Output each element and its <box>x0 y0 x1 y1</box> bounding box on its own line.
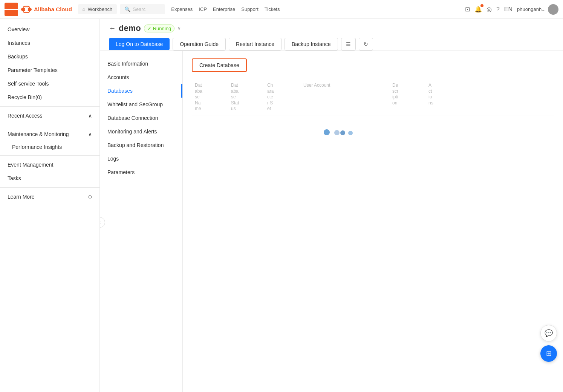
divider-1 <box>0 106 99 107</box>
action-bar: Log On to Database Operation Guide Resta… <box>109 38 554 51</box>
help-icon[interactable]: ? <box>496 6 500 13</box>
floating-buttons: 💬 ⊞ <box>540 325 557 362</box>
page-title: demo <box>119 23 141 33</box>
divider-2 <box>0 125 99 125</box>
user-menu[interactable]: phuonganh... <box>517 4 558 15</box>
list-view-button[interactable]: ☰ <box>341 38 356 51</box>
dot-3 <box>340 130 345 135</box>
sidenav-logs[interactable]: Logs <box>100 152 182 165</box>
user-avatar <box>548 4 558 15</box>
main-content: ← demo ✓ Running ∨ Log On to Database Op… <box>100 19 563 392</box>
col-description: De scr ipti on <box>392 83 422 112</box>
operation-guide-button[interactable]: Operation Guide <box>173 38 226 51</box>
refresh-button[interactable]: ↻ <box>359 38 373 51</box>
username-label: phuonganh... <box>517 6 546 12</box>
sidebar-item-parameter-templates[interactable]: Parameter Templates <box>0 63 99 77</box>
sidebar: Overview Instances Backups Parameter Tem… <box>0 19 100 392</box>
check-icon: ✓ <box>147 26 151 31</box>
sidebar-item-self-service-tools[interactable]: Self-service Tools <box>0 77 99 90</box>
sidebar-item-recycle-bin[interactable]: Recycle Bin(0) <box>0 90 99 104</box>
sidenav-parameters[interactable]: Parameters <box>100 165 182 179</box>
chat-button[interactable]: 💬 <box>540 325 557 341</box>
external-link-icon: ⬡ <box>88 194 92 199</box>
col-database-name: Dat aba se Na me <box>195 83 225 112</box>
backup-instance-button[interactable]: Backup Instance <box>285 38 338 51</box>
icp-link[interactable]: ICP <box>199 6 207 12</box>
sidenav-databases[interactable]: Databases <box>100 84 182 98</box>
sidebar-item-learn-more[interactable]: Learn More ⬡ <box>0 190 99 204</box>
workbench-label: Workbench <box>88 6 113 12</box>
sidenav-basic-info[interactable]: Basic Information <box>100 57 182 70</box>
sidebar-item-instances[interactable]: Instances <box>0 36 99 50</box>
sidebar-item-backups[interactable]: Backups <box>0 50 99 63</box>
log-on-button[interactable]: Log On to Database <box>109 38 170 50</box>
databases-panel: Create Database Dat aba se Na me Dat <box>183 51 563 392</box>
page-layout: Overview Instances Backups Parameter Tem… <box>0 19 563 392</box>
page-title-row: ← demo ✓ Running ∨ <box>109 23 554 33</box>
location-icon[interactable]: ◎ <box>487 6 492 13</box>
logo-text: Alibaba Cloud <box>34 6 72 12</box>
dot-1 <box>324 129 330 135</box>
content-area: Basic Information Accounts Databases Whi… <box>100 51 563 392</box>
top-nav-links: Expenses ICP Enterprise Support Tickets <box>171 6 280 12</box>
sidenav-collapse-button[interactable]: ‹ <box>100 217 105 228</box>
alibaba-cloud-logo: Alibaba Cloud <box>21 6 72 13</box>
search-placeholder: Searc <box>133 6 145 12</box>
running-badge: ✓ Running <box>144 24 174 32</box>
support-link[interactable]: Support <box>241 6 259 12</box>
notification-icon[interactable]: 🔔 <box>474 6 482 13</box>
sidebar-item-overview[interactable]: Overview <box>0 23 99 36</box>
tickets-link[interactable]: Tickets <box>265 6 280 12</box>
sidebar-item-event-management[interactable]: Event Management <box>0 158 99 172</box>
col-database-status: Dat aba se Stat us <box>231 83 261 112</box>
sidebar-item-performance-insights[interactable]: Performance Insights <box>0 141 99 153</box>
maintenance-header[interactable]: Maintenance & Monitoring ∧ <box>0 127 99 141</box>
search-box[interactable]: 🔍 Searc <box>120 4 165 14</box>
recent-access-header[interactable]: Recent Access ∧ <box>0 109 99 122</box>
back-button[interactable]: ← <box>109 24 116 32</box>
home-icon: ⌂ <box>83 6 86 12</box>
hamburger-menu[interactable] <box>5 3 18 16</box>
databases-table: Dat aba se Na me Dat aba se Stat us <box>192 83 554 143</box>
search-icon: 🔍 <box>124 6 130 12</box>
collapse-icon: ∧ <box>88 113 92 119</box>
col-user-account: User Account <box>303 83 349 112</box>
nav-icons: ⊡ 🔔 ◎ ? EN phuonganh... <box>465 4 558 15</box>
col-charset: Ch ara cte r S et <box>267 83 297 112</box>
sidenav-backup-restore[interactable]: Backup and Restoration <box>100 138 182 152</box>
sidenav-db-connection[interactable]: Database Connection <box>100 111 182 125</box>
tools-button[interactable]: ⊞ <box>540 345 557 362</box>
workbench-tab[interactable]: ⌂ Workbench <box>78 4 117 14</box>
page-header: ← demo ✓ Running ∨ Log On to Database Op… <box>100 19 563 51</box>
svg-rect-2 <box>25 8 28 11</box>
collapse-icon-2: ∧ <box>88 131 92 137</box>
divider-4 <box>0 187 99 188</box>
top-navigation: Alibaba Cloud ⌂ Workbench 🔍 Searc Expens… <box>0 0 563 19</box>
loading-indicator <box>324 119 554 143</box>
language-selector[interactable]: EN <box>504 6 513 13</box>
content-sidenav: Basic Information Accounts Databases Whi… <box>100 51 183 392</box>
dot-2 <box>334 130 340 135</box>
sidenav-monitoring[interactable]: Monitoring and Alerts <box>100 125 182 138</box>
divider-3 <box>0 155 99 156</box>
sidenav-whitelist[interactable]: Whitelist and SecGroup <box>100 98 182 111</box>
col-actions: A ct io ns <box>428 83 459 112</box>
enterprise-link[interactable]: Enterprise <box>213 6 235 12</box>
restart-instance-button[interactable]: Restart Instance <box>229 38 282 51</box>
table-header: Dat aba se Na me Dat aba se Stat us <box>192 83 554 115</box>
sidebar-item-tasks[interactable]: Tasks <box>0 172 99 185</box>
screen-icon[interactable]: ⊡ <box>465 6 470 13</box>
expenses-link[interactable]: Expenses <box>171 6 193 12</box>
create-database-button[interactable]: Create Database <box>192 58 247 72</box>
sidenav-accounts[interactable]: Accounts <box>100 70 182 84</box>
status-chevron[interactable]: ∨ <box>177 26 181 31</box>
dot-4 <box>348 131 353 135</box>
